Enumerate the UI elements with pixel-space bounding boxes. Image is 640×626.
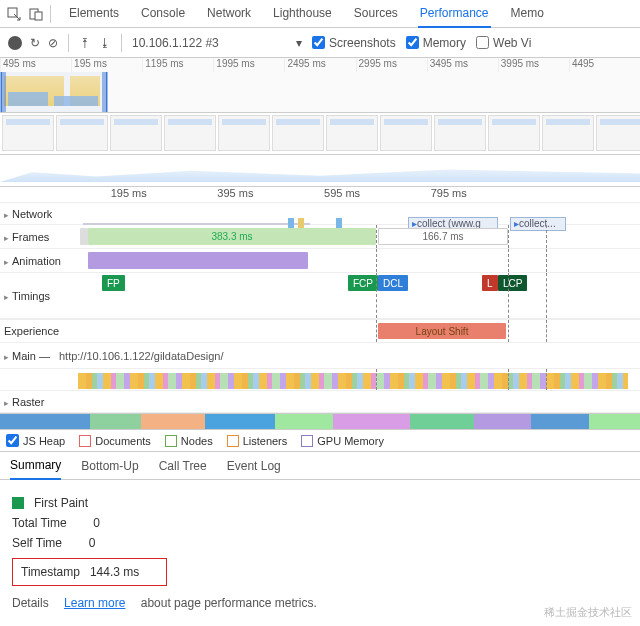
track-raster[interactable]: Raster: [0, 391, 640, 413]
track-frames[interactable]: Frames 383.3 ms 166.7 ms: [0, 225, 640, 249]
tab-network[interactable]: Network: [205, 0, 253, 27]
summary-panel: First Paint Total Time 0 Self Time 0 Tim…: [0, 480, 640, 614]
reload-icon[interactable]: ↻: [30, 36, 40, 50]
tab-eventlog[interactable]: Event Log: [227, 453, 281, 479]
flame-ruler: 195 ms 395 ms 595 ms 795 ms: [0, 187, 640, 203]
expand-icon[interactable]: [4, 208, 9, 220]
tab-bottomup[interactable]: Bottom-Up: [81, 453, 138, 479]
legend-gpu[interactable]: GPU Memory: [301, 435, 384, 447]
screenshots-checkbox[interactable]: Screenshots: [312, 36, 396, 50]
record-button[interactable]: [8, 36, 22, 50]
screenshot-frame[interactable]: [380, 115, 432, 151]
devtools-top-tabs: Elements Console Network Lighthouse Sour…: [0, 0, 640, 28]
memory-legend: JS Heap Documents Nodes Listeners GPU Me…: [0, 430, 640, 452]
separator: [50, 5, 51, 23]
recording-label: 10.106.1.122 #3: [132, 36, 219, 50]
flame-chart[interactable]: 195 ms 395 ms 595 ms 795 ms Network ▸col…: [0, 187, 640, 414]
track-main-lane[interactable]: [0, 369, 640, 391]
screenshot-filmstrip[interactable]: [0, 113, 640, 155]
legend-jsheap[interactable]: JS Heap: [6, 434, 65, 447]
layout-shift[interactable]: Layout Shift: [378, 323, 506, 339]
tab-calltree[interactable]: Call Tree: [159, 453, 207, 479]
separator: [121, 34, 122, 52]
screenshot-frame[interactable]: [164, 115, 216, 151]
overview-timeline[interactable]: 495 ms195 ms1195 ms1995 ms2495 ms2995 ms…: [0, 58, 640, 113]
tab-console[interactable]: Console: [139, 0, 187, 27]
watermark: 稀土掘金技术社区: [544, 605, 632, 620]
recording-dropdown[interactable]: 10.106.1.122 #3 ▾: [132, 36, 302, 50]
inspect-icon[interactable]: [6, 6, 22, 22]
performance-toolbar: ↻ ⊘ ⭱ ⭳ 10.106.1.122 #3 ▾ Screenshots Me…: [0, 28, 640, 58]
tab-elements[interactable]: Elements: [67, 0, 121, 27]
track-network[interactable]: Network ▸collect (www.g ▸collect...: [0, 203, 640, 225]
screenshot-frame[interactable]: [272, 115, 324, 151]
timing-dcl[interactable]: DCL: [378, 275, 408, 291]
screenshot-frame[interactable]: [488, 115, 540, 151]
expand-icon[interactable]: [4, 255, 9, 267]
tab-sources[interactable]: Sources: [352, 0, 400, 27]
track-timings[interactable]: Timings FP FCP DCL L LCP: [0, 273, 640, 319]
chevron-down-icon: ▾: [296, 36, 302, 50]
memory-overview-chart[interactable]: [0, 155, 640, 187]
screenshot-frame[interactable]: [542, 115, 594, 151]
first-paint-label: First Paint: [12, 496, 628, 510]
clear-icon[interactable]: ⊘: [48, 36, 58, 50]
screenshot-frame[interactable]: [596, 115, 640, 151]
screenshot-frame[interactable]: [110, 115, 162, 151]
timing-fcp[interactable]: FCP: [348, 275, 378, 291]
upload-icon[interactable]: ⭱: [79, 36, 91, 50]
track-animation[interactable]: Animation: [0, 249, 640, 273]
details-row: Details Learn more about page performanc…: [12, 596, 628, 610]
overview-ruler: 495 ms195 ms1195 ms1995 ms2495 ms2995 ms…: [0, 58, 640, 72]
screenshot-frame[interactable]: [434, 115, 486, 151]
first-paint-swatch: [12, 497, 24, 509]
device-toggle-icon[interactable]: [28, 6, 44, 22]
details-tabs: Summary Bottom-Up Call Tree Event Log: [0, 452, 640, 480]
webvitals-checkbox[interactable]: Web Vi: [476, 36, 531, 50]
expand-icon[interactable]: [4, 350, 9, 362]
expand-icon[interactable]: [4, 396, 9, 408]
expand-icon[interactable]: [4, 231, 9, 243]
memory-checkbox[interactable]: Memory: [406, 36, 466, 50]
tab-summary[interactable]: Summary: [10, 452, 61, 480]
main-url: http://10.106.1.122/gildataDesign/: [59, 350, 224, 362]
svg-rect-2: [35, 12, 42, 20]
learn-more-link[interactable]: Learn more: [64, 596, 125, 610]
legend-documents[interactable]: Documents: [79, 435, 151, 447]
tab-memory[interactable]: Memo: [509, 0, 546, 27]
screenshot-frame[interactable]: [218, 115, 270, 151]
tab-performance[interactable]: Performance: [418, 0, 491, 28]
tab-lighthouse[interactable]: Lighthouse: [271, 0, 334, 27]
timing-l[interactable]: L: [482, 275, 498, 291]
legend-listeners[interactable]: Listeners: [227, 435, 288, 447]
expand-icon[interactable]: [4, 290, 9, 302]
track-experience[interactable]: Experience Layout Shift: [0, 319, 640, 343]
timestamp-highlight: Timestamp 144.3 ms: [12, 558, 167, 586]
legend-nodes[interactable]: Nodes: [165, 435, 213, 447]
track-main[interactable]: Main — http://10.106.1.122/gildataDesign…: [0, 343, 640, 369]
timing-fp[interactable]: FP: [102, 275, 125, 291]
timing-lcp[interactable]: LCP: [498, 275, 527, 291]
memory-stacked-bar: [0, 414, 640, 430]
download-icon[interactable]: ⭳: [99, 36, 111, 50]
separator: [68, 34, 69, 52]
screenshot-frame[interactable]: [56, 115, 108, 151]
screenshot-frame[interactable]: [2, 115, 54, 151]
total-time-row: Total Time 0: [12, 516, 628, 530]
self-time-row: Self Time 0: [12, 536, 628, 550]
screenshot-frame[interactable]: [326, 115, 378, 151]
